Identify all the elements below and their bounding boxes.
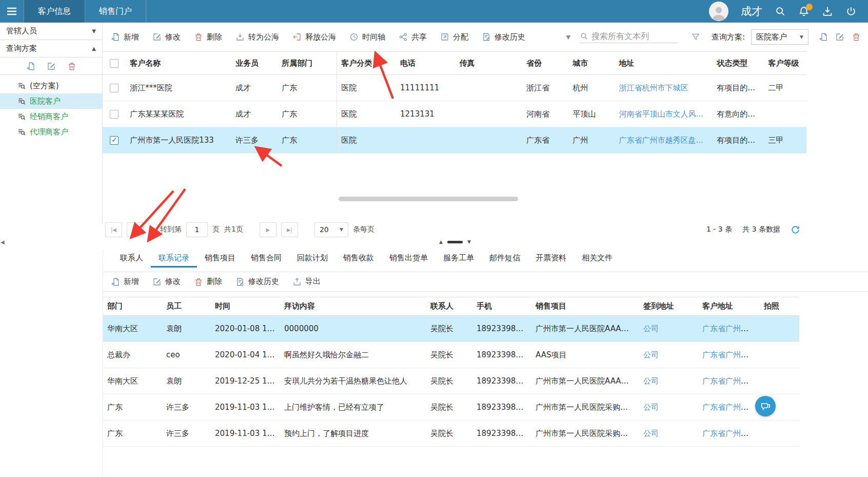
filter-funnel-icon[interactable] bbox=[691, 32, 700, 42]
query-plan-item[interactable]: 经销商客户 bbox=[0, 109, 102, 124]
address-link[interactable]: 河南省平顶山市文人风... bbox=[619, 109, 703, 119]
detail-tab[interactable]: 联系人 bbox=[112, 250, 151, 268]
signin-link[interactable]: 公司 bbox=[643, 429, 659, 438]
search-input[interactable] bbox=[591, 31, 678, 41]
add-plan-icon[interactable] bbox=[819, 32, 828, 42]
add-plan-icon[interactable] bbox=[26, 62, 35, 71]
doc-plus-icon bbox=[111, 32, 120, 42]
clock-button[interactable]: 时间轴 bbox=[349, 32, 385, 42]
splitter-up-icon[interactable]: ▲ bbox=[439, 239, 443, 244]
detail-tab[interactable]: 销售项目 bbox=[197, 250, 243, 268]
detail-tab[interactable]: 销售收款 bbox=[336, 250, 382, 268]
refresh-icon[interactable] bbox=[791, 225, 800, 235]
splitter-down-icon[interactable]: ▼ bbox=[467, 239, 471, 244]
customer-address-link[interactable]: 广东省广州市... bbox=[702, 429, 756, 438]
box-arrow-left-button[interactable]: 释放公海 bbox=[292, 32, 336, 42]
customer-row[interactable]: 广东某某某医院成才广东医院1213131河南省平顶山河南省平顶山市文人风...有… bbox=[103, 101, 806, 127]
horizontal-scrollbar[interactable] bbox=[339, 197, 518, 201]
column-header: 销售项目 bbox=[531, 297, 639, 316]
notifications-bell-icon[interactable] bbox=[798, 6, 810, 17]
detail-tab[interactable]: 相关文件 bbox=[574, 250, 620, 268]
top-tab[interactable]: 销售门户 bbox=[85, 0, 146, 23]
customer-address-link[interactable]: 广东省广州市... bbox=[702, 324, 756, 333]
contact-row[interactable]: 总裁办ceo2020-01-04 10:40啊虽然好久哦恰尔金融二吴院长1892… bbox=[103, 342, 799, 368]
hamburger-menu-icon[interactable] bbox=[0, 0, 24, 23]
row-checkbox[interactable] bbox=[110, 84, 119, 92]
box-arrow-down-button[interactable]: 转为公海 bbox=[235, 32, 279, 42]
doc-plus-button[interactable]: 新增 bbox=[111, 277, 139, 287]
row-checkbox[interactable] bbox=[110, 136, 119, 145]
trash-button[interactable]: 删除 bbox=[194, 277, 222, 287]
detail-tab[interactable]: 销售出货单 bbox=[382, 250, 436, 268]
cell-city: 平顶山 bbox=[568, 101, 615, 127]
export-button[interactable]: 导出 bbox=[292, 277, 321, 287]
customer-address-link[interactable]: 广东省广州市... bbox=[702, 376, 756, 386]
trash-button[interactable]: 删除 bbox=[194, 32, 222, 42]
sidebar-section-managed-staff[interactable]: 管辖人员 ▼ bbox=[0, 23, 102, 40]
detail-tab[interactable]: 邮件短信 bbox=[482, 250, 528, 268]
signin-link[interactable]: 公司 bbox=[643, 403, 659, 412]
signin-link[interactable]: 公司 bbox=[643, 376, 659, 386]
splitter-drag-handle[interactable] bbox=[447, 241, 463, 243]
chat-fab-button[interactable] bbox=[755, 396, 776, 416]
signin-link[interactable]: 公司 bbox=[643, 324, 659, 333]
toolbar-buttons: 新增修改删除修改历史导出 bbox=[111, 277, 334, 287]
select-all-checkbox[interactable] bbox=[110, 59, 119, 68]
username[interactable]: 成才 bbox=[741, 4, 762, 18]
address-link[interactable]: 广东省广州市越秀区盘... bbox=[619, 136, 703, 145]
query-plan-item[interactable]: 医院客户 bbox=[0, 93, 102, 109]
edit-button[interactable]: 修改 bbox=[152, 277, 181, 287]
cell-department: 广东 bbox=[278, 101, 337, 127]
top-tab[interactable]: 客户信息 bbox=[24, 0, 85, 23]
assign-button[interactable]: 分配 bbox=[440, 32, 468, 42]
query-plan-item[interactable]: 代理商客户 bbox=[0, 124, 102, 140]
detail-tab[interactable]: 开票资料 bbox=[528, 250, 574, 268]
customer-row[interactable]: 浙江***医院成才广东医院11111111浙江省杭州浙江省杭州市下城区有项目的客… bbox=[103, 75, 806, 101]
cell-city: 广州 bbox=[568, 127, 615, 154]
detail-tab[interactable]: 销售合同 bbox=[243, 250, 289, 268]
detail-tab[interactable]: 联系记录 bbox=[151, 250, 197, 268]
edit-button[interactable]: 修改 bbox=[152, 32, 181, 42]
sidebar-collapse-icon[interactable]: ◀ bbox=[1, 239, 5, 245]
delete-plan-icon[interactable] bbox=[852, 32, 861, 42]
signin-link[interactable]: 公司 bbox=[643, 350, 659, 359]
cell-project: 广州市第一人民医院AAA项目 bbox=[531, 368, 639, 394]
history-button[interactable]: 修改历史 bbox=[235, 277, 279, 287]
logout-power-icon[interactable] bbox=[845, 6, 857, 17]
address-link[interactable]: 浙江省杭州市下城区 bbox=[619, 83, 688, 92]
contact-row[interactable]: 广东许三多2019-11-03 12:49预约上门，了解项目进度吴院长18923… bbox=[103, 421, 799, 447]
contact-row[interactable]: 华南大区袁朗2020-01-08 14:450000000吴院长18923398… bbox=[103, 316, 799, 342]
history-button[interactable]: 修改历史 bbox=[482, 32, 525, 42]
column-header: 电话 bbox=[396, 52, 455, 75]
row-checkbox[interactable] bbox=[110, 110, 119, 119]
page-size-select[interactable]: 20 ▼ bbox=[314, 222, 348, 237]
edit-plan-icon[interactable] bbox=[835, 32, 844, 42]
query-plan-item[interactable]: (空方案) bbox=[0, 78, 102, 93]
detail-tab[interactable]: 回款计划 bbox=[289, 250, 336, 268]
query-plan-select[interactable]: 医院客户 ▼ bbox=[751, 29, 808, 45]
last-page-button[interactable]: ▶| bbox=[281, 222, 298, 237]
contact-row[interactable]: 广东许三多2019-11-03 13:13上门维护客情，已经有立项了吴院长189… bbox=[103, 394, 799, 421]
customer-row[interactable]: 广州市第一人民医院133许三多广东医院广东省广州广东省广州市越秀区盘...有项目… bbox=[103, 127, 806, 154]
prev-page-button[interactable]: ◀ bbox=[127, 222, 144, 237]
customer-address-link[interactable]: 广东省广州市... bbox=[702, 350, 756, 359]
download-icon[interactable] bbox=[822, 6, 833, 17]
cell-grade bbox=[764, 101, 806, 127]
detail-tab[interactable]: 服务工单 bbox=[436, 250, 482, 268]
doc-plus-button[interactable]: 新增 bbox=[111, 32, 139, 42]
delete-plan-icon[interactable] bbox=[67, 62, 76, 71]
customer-address-link[interactable]: 广东省广州市... bbox=[702, 403, 756, 412]
cell-mobile: 18923398012 bbox=[472, 368, 531, 394]
toolbar-overflow-icon[interactable]: ▼ bbox=[566, 34, 570, 41]
page-number-input[interactable] bbox=[186, 222, 208, 237]
first-page-button[interactable]: |◀ bbox=[105, 222, 122, 237]
next-page-button[interactable]: ▶ bbox=[260, 222, 277, 237]
cell-address: 浙江省杭州市下城区 bbox=[615, 75, 713, 101]
global-search-icon[interactable] bbox=[775, 6, 786, 17]
sidebar-section-query-plans[interactable]: 查询方案 ▲ bbox=[0, 40, 102, 58]
cell-category: 医院 bbox=[337, 101, 396, 127]
share-button[interactable]: 共享 bbox=[399, 32, 427, 42]
avatar[interactable] bbox=[709, 2, 728, 21]
contact-row[interactable]: 华南大区袁朗2019-12-25 16:15安琪儿共分为若干温热糖果色让他人吴院… bbox=[103, 368, 799, 394]
edit-plan-icon[interactable] bbox=[47, 62, 56, 71]
